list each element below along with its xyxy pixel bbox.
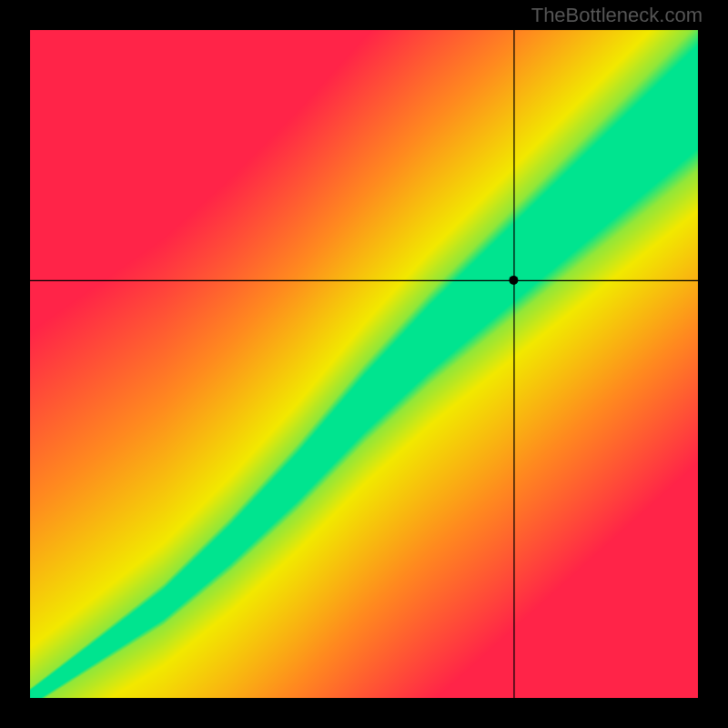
chart-container: TheBottleneck.com [0, 0, 728, 728]
bottleneck-heatmap [30, 30, 698, 698]
watermark-text: TheBottleneck.com [531, 4, 703, 27]
